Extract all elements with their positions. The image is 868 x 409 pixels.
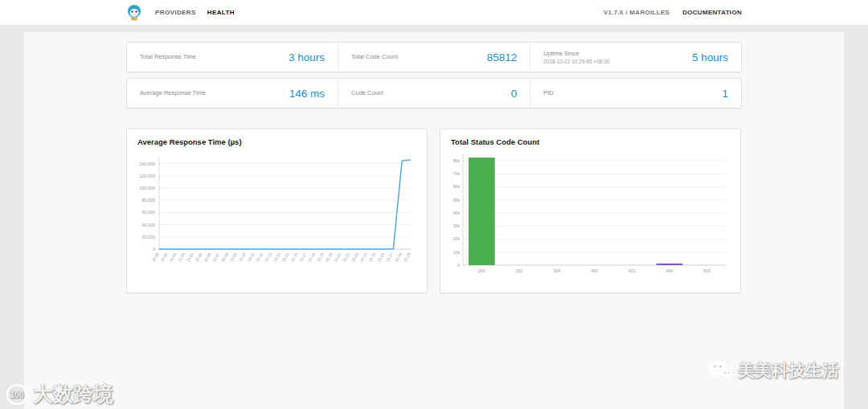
svg-text:200: 200 xyxy=(478,268,485,273)
svg-text:400: 400 xyxy=(591,268,598,273)
svg-text:0: 0 xyxy=(457,263,460,268)
stat-value: 0 xyxy=(511,88,518,100)
svg-text:15:13: 15:13 xyxy=(264,252,273,263)
svg-text:301: 301 xyxy=(516,268,523,273)
svg-text:15:19: 15:19 xyxy=(316,252,325,263)
chart-title-status-codes: Total Status Code Count xyxy=(451,137,740,146)
svg-text:15:03: 15:03 xyxy=(178,252,186,263)
wechat-icon xyxy=(707,359,733,382)
svg-text:15:08: 15:08 xyxy=(221,252,230,263)
svg-text:20,000: 20,000 xyxy=(142,235,156,239)
stat-value: 85812 xyxy=(487,51,518,63)
content-panel: Total Response Time 3 hours Total Code C… xyxy=(24,32,844,409)
stat-total-response-time: Total Response Time 3 hours xyxy=(127,43,338,72)
svg-text:15:09: 15:09 xyxy=(229,252,238,263)
svg-text:304: 304 xyxy=(553,268,560,273)
documentation-link[interactable]: DOCUMENTATION xyxy=(682,9,742,16)
svg-text:15:27: 15:27 xyxy=(386,252,395,263)
stat-label: Total Response Time xyxy=(140,53,196,61)
svg-text:15:12: 15:12 xyxy=(256,252,264,263)
svg-text:15:28: 15:28 xyxy=(394,252,403,263)
watermark-left: 100 大数跨境 xyxy=(5,381,113,407)
status-code-bar-chart: 010k20k30k40k50k60k70k80k200301304400401… xyxy=(440,148,740,284)
svg-text:15:22: 15:22 xyxy=(342,252,351,263)
nav-item-health[interactable]: HEALTH xyxy=(207,9,235,16)
svg-text:15:05: 15:05 xyxy=(194,252,203,263)
stat-value: 1 xyxy=(722,88,728,100)
charts-row: Average Response Time (µs) 020,00040,000… xyxy=(126,129,742,293)
svg-text:15:04: 15:04 xyxy=(186,252,194,263)
stat-code-count: Code Count 0 xyxy=(338,79,530,108)
svg-text:15:29: 15:29 xyxy=(403,252,411,263)
response-time-line-chart: 020,00040,00060,00080,000100,000120,0001… xyxy=(127,148,427,284)
watermark-right: 美美科技生活 xyxy=(707,359,839,382)
watermark-left-text: 大数跨境 xyxy=(33,381,113,407)
watermark-left-logo-text: 100 xyxy=(10,391,24,399)
svg-text:15:07: 15:07 xyxy=(212,252,221,263)
version-label: V1.7.6 / MAROILLES xyxy=(604,9,669,16)
svg-text:15:11: 15:11 xyxy=(247,252,256,263)
svg-text:15:10: 15:10 xyxy=(238,252,247,263)
stat-label: Uptime Since xyxy=(543,50,609,58)
stat-label: Average Response Time xyxy=(140,89,206,97)
stat-label: Total Code Count xyxy=(351,53,398,61)
svg-text:60,000: 60,000 xyxy=(142,210,156,215)
svg-text:503: 503 xyxy=(703,268,710,273)
svg-text:60k: 60k xyxy=(453,184,461,189)
traefik-logo-icon xyxy=(126,4,142,22)
stat-value: 146 ms xyxy=(289,88,325,100)
svg-text:15:00: 15:00 xyxy=(151,252,160,263)
svg-text:15:17: 15:17 xyxy=(299,252,308,263)
nav-item-providers[interactable]: PROVIDERS xyxy=(155,9,196,16)
svg-text:20k: 20k xyxy=(453,236,461,241)
svg-text:0: 0 xyxy=(153,247,155,252)
svg-text:120,000: 120,000 xyxy=(140,174,156,178)
svg-text:401: 401 xyxy=(628,268,636,273)
svg-text:100,000: 100,000 xyxy=(140,186,156,190)
stat-label: PID xyxy=(543,89,554,97)
svg-text:15:14: 15:14 xyxy=(272,252,281,263)
nav-right: V1.7.6 / MAROILLES DOCUMENTATION xyxy=(604,9,742,16)
svg-text:15:02: 15:02 xyxy=(169,252,178,263)
chart-title-response-time: Average Response Time (µs) xyxy=(137,137,427,146)
watermark-left-logo-icon: 100 xyxy=(5,382,29,407)
svg-text:15:23: 15:23 xyxy=(350,252,359,263)
stat-value: 5 hours xyxy=(692,51,728,63)
svg-text:15:24: 15:24 xyxy=(359,252,368,263)
svg-text:50k: 50k xyxy=(453,198,461,202)
watermark-right-text: 美美科技生活 xyxy=(738,359,839,382)
svg-text:140,000: 140,000 xyxy=(140,162,156,166)
stat-pid: PID 1 xyxy=(530,79,741,108)
svg-text:15:01: 15:01 xyxy=(160,252,169,263)
svg-text:15:25: 15:25 xyxy=(368,252,377,263)
svg-text:15:16: 15:16 xyxy=(290,252,299,263)
status-code-chart-card: Total Status Code Count 010k20k30k40k50k… xyxy=(440,129,741,293)
stat-uptime-since: Uptime Since 2018-12-21 10:29:45 +08:00 … xyxy=(530,43,741,72)
svg-text:80k: 80k xyxy=(453,158,461,163)
svg-text:10k: 10k xyxy=(453,250,461,255)
svg-text:70k: 70k xyxy=(453,171,461,176)
svg-text:404: 404 xyxy=(666,268,674,273)
svg-text:15:18: 15:18 xyxy=(308,252,317,263)
stat-value: 3 hours xyxy=(289,51,325,63)
stats-row-1: Total Response Time 3 hours Total Code C… xyxy=(126,42,742,72)
traefik-logo[interactable] xyxy=(126,4,142,22)
average-response-time-chart-card: Average Response Time (µs) 020,00040,000… xyxy=(126,129,428,293)
stat-average-response-time: Average Response Time 146 ms xyxy=(127,79,338,108)
svg-text:15:26: 15:26 xyxy=(377,252,386,263)
nav-links: PROVIDERS HEALTH xyxy=(155,9,235,16)
svg-text:40,000: 40,000 xyxy=(142,223,156,227)
top-nav: PROVIDERS HEALTH V1.7.6 / MAROILLES DOCU… xyxy=(0,0,868,26)
svg-text:15:15: 15:15 xyxy=(281,252,290,263)
svg-text:15:20: 15:20 xyxy=(325,252,334,263)
svg-text:40k: 40k xyxy=(453,211,461,215)
stat-sublabel: 2018-12-21 10:29:45 +08:00 xyxy=(543,59,609,64)
stat-label: Code Count xyxy=(351,89,383,97)
stats-row-2: Average Response Time 146 ms Code Count … xyxy=(126,78,742,108)
svg-text:30k: 30k xyxy=(453,223,461,228)
svg-text:80,000: 80,000 xyxy=(142,198,156,202)
svg-text:15:21: 15:21 xyxy=(334,252,342,263)
stat-total-code-count: Total Code Count 85812 xyxy=(338,43,530,72)
svg-text:15:06: 15:06 xyxy=(203,252,212,263)
